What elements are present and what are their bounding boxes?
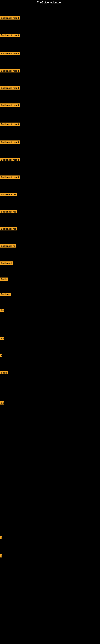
bottleneck-badge-6: Bottleneck result: [0, 104, 20, 107]
bottleneck-badge-19: Bo: [0, 337, 4, 340]
bottleneck-badge-23: |: [0, 536, 2, 539]
bottleneck-badge-21: Bottle: [0, 371, 8, 374]
bottleneck-badge-3: Bottleneck result: [0, 52, 20, 55]
bottleneck-badge-8: Bottleneck result: [0, 140, 20, 144]
bottleneck-badge-16: Bottle: [0, 278, 8, 281]
bottleneck-badge-15: Bottleneck: [0, 262, 13, 265]
bottleneck-badge-18: Bo: [0, 309, 4, 312]
bottleneck-badge-12: Bottleneck res: [0, 210, 17, 213]
bottleneck-badge-7: Bottleneck result: [0, 122, 20, 126]
bottleneck-badge-11: Bottleneck res: [0, 193, 17, 196]
bottleneck-badge-5: Bottleneck result: [0, 86, 20, 90]
bottleneck-badge-10: Bottleneck result: [0, 176, 20, 179]
bottleneck-badge-22: Bo: [0, 401, 4, 404]
bottleneck-badge-9: Bottleneck result: [0, 158, 20, 162]
bottleneck-badge-24: |: [0, 554, 2, 558]
bottleneck-badge-20: B: [0, 354, 2, 357]
bottleneck-badge-14: Bottleneck re: [0, 244, 16, 248]
bottleneck-badge-2: Bottleneck result: [0, 34, 20, 37]
bottleneck-badge-1: Bottleneck result: [0, 16, 20, 20]
bottleneck-badge-17: Bottlene: [0, 292, 11, 296]
site-title: TheBottlenecker.com: [0, 0, 100, 5]
bottleneck-badge-4: Bottleneck result: [0, 69, 20, 72]
bottleneck-badge-13: Bottleneck res: [0, 227, 17, 230]
